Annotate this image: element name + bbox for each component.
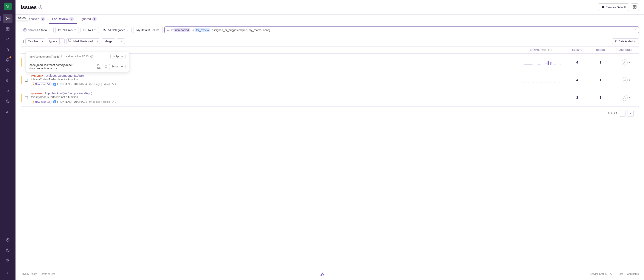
sidebar-item-stats[interactable] <box>3 107 12 116</box>
priority-indicator-3 <box>21 94 22 102</box>
svg-rect-22 <box>635 7 636 9</box>
docs-link[interactable]: Docs <box>618 272 623 275</box>
mark-reviewed-button[interactable]: Mark Reviewed <box>71 39 95 44</box>
sidebar-item-alerts[interactable] <box>3 55 12 65</box>
issue-2-main: TypeError n.value(src/components/App) th… <box>31 74 516 86</box>
issue-2-checkbox[interactable] <box>25 79 28 82</box>
privacy-policy-link[interactable]: Privacy Policy <box>21 272 37 275</box>
play-icon-3 <box>112 101 114 103</box>
assignee-avatar-2 <box>622 77 628 83</box>
sidebar-item-replay[interactable] <box>3 86 12 96</box>
time-filter-icon <box>83 29 86 32</box>
tab-ignored[interactable]: Ignored 1 <box>77 15 100 24</box>
assignee-caret-3[interactable]: ▾ <box>629 96 630 99</box>
issue-3-checkbox[interactable] <box>25 96 28 99</box>
issue-3-func[interactable]: App.checkout(src/components/App) <box>44 92 92 95</box>
contribute-link[interactable]: Contribute <box>627 272 639 275</box>
issue-3-users: 1 <box>590 96 611 100</box>
ignore-button[interactable]: Ignore <box>47 39 60 44</box>
sidebar-item-cronjobs[interactable] <box>3 97 12 106</box>
sidebar-item-performance[interactable] <box>3 35 12 44</box>
project-filter-icon <box>24 29 26 32</box>
page-footer: Privacy Policy Terms of Use Service Stat… <box>16 268 644 280</box>
issue-1-graph <box>518 59 565 66</box>
issue-3-assignee: ▾ <box>613 95 639 101</box>
issue-2-new-badge: New Issue 5d <box>31 82 52 86</box>
sidebar-item-discover[interactable] <box>3 66 12 75</box>
svg-point-53 <box>624 97 625 98</box>
ignore-dropdown-button[interactable]: ▾ <box>60 39 64 44</box>
sidebar-item-activity[interactable] <box>3 235 12 245</box>
tab-for-review[interactable]: For Review 3 <box>49 15 77 24</box>
resolve-button[interactable]: Resolve <box>26 39 40 44</box>
issue-3-graph <box>518 94 565 102</box>
merge-button[interactable]: Merge <box>102 38 115 44</box>
next-page-button[interactable]: › <box>627 110 634 117</box>
issue-2-events: 4 <box>566 78 588 82</box>
priority-indicator-2 <box>21 76 22 84</box>
default-search-button[interactable]: My Default Search <box>133 27 163 33</box>
new-badge-dot-3 <box>33 101 34 103</box>
api-link[interactable]: API <box>610 272 614 275</box>
issue-1-assignee: ▾ <box>613 60 639 66</box>
ignore-btn-group: Ignore ▾ <box>47 38 64 44</box>
sidebar-item-help[interactable] <box>3 245 12 255</box>
unresolved-count: 3 <box>41 17 45 21</box>
issue-2-func[interactable]: n.value(src/components/App) <box>44 74 84 77</box>
calendar-icon <box>68 39 71 42</box>
in-app-badge[interactable]: In App <box>110 54 126 59</box>
th-graph: GRAPH: 24h 14d <box>518 49 565 51</box>
layout-toggle-button[interactable] <box>631 4 639 11</box>
env-filter[interactable]: All Envs <box>55 27 79 33</box>
svg-rect-9 <box>6 79 7 80</box>
issue-2-assignee: ▾ <box>613 77 639 83</box>
issue-3-desc: this.myCodeIsPerfect is not a function <box>31 95 516 99</box>
svg-rect-3 <box>6 29 8 30</box>
action-bar: Resolve ▾ Ignore ▾ Mark Reviewed ▾ Merge… <box>21 36 639 47</box>
issue-2-title-line: TypeError n.value(src/components/App) <box>31 74 516 77</box>
remove-default-button[interactable]: Remove Default <box>598 4 629 11</box>
issue-3-type: TypeError <box>31 92 43 95</box>
more-actions-button[interactable]: ··· <box>117 38 125 44</box>
search-token-for-review: is:for_review <box>192 28 210 32</box>
user-avatar[interactable]: VI <box>4 3 12 10</box>
footer-left: Privacy Policy Terms of Use <box>21 272 55 275</box>
resolve-dropdown-button[interactable]: ▾ <box>40 39 45 44</box>
sidebar: VI › Issue <box>0 0 16 280</box>
help-icon[interactable]: ? <box>38 6 42 9</box>
svg-rect-7 <box>6 81 7 82</box>
issue-1-users: 1 <box>590 61 611 64</box>
svg-rect-1 <box>6 27 8 29</box>
assignee-caret-2[interactable]: ▾ <box>629 79 630 81</box>
assignee-caret-1[interactable]: ▾ <box>629 61 630 64</box>
categories-filter[interactable]: All Categories <box>101 27 132 33</box>
env-filter-chevron <box>74 29 76 31</box>
issue-2-users: 1 <box>590 78 611 82</box>
prev-page-button[interactable]: ‹ <box>619 110 626 117</box>
sidebar-item-projects[interactable] <box>3 24 12 34</box>
issue-row-2: TypeError n.value(src/components/App) th… <box>21 71 639 89</box>
sidebar-item-issues[interactable] <box>3 14 12 23</box>
service-status-link[interactable]: Service Status <box>590 272 606 275</box>
search-bar[interactable]: is:unresolved is:for_review assigned_or_… <box>164 27 639 33</box>
sidebar-item-broadcast[interactable] <box>3 256 12 265</box>
select-all-checkbox[interactable] <box>21 40 24 43</box>
time-filter[interactable]: 14D <box>80 27 99 33</box>
sentry-logo <box>320 271 326 277</box>
sidebar-expand-btn[interactable]: › <box>3 268 12 277</box>
date-added-sort-button[interactable]: Date Added <box>612 38 639 44</box>
system-badge[interactable]: System <box>109 64 126 69</box>
sidebar-item-dashboards[interactable] <box>3 76 12 85</box>
svg-rect-31 <box>68 39 71 41</box>
clock-icon-3 <box>89 101 92 103</box>
mark-reviewed-dropdown-button[interactable]: ▾ <box>95 39 100 44</box>
sidebar-item-releases[interactable] <box>3 45 12 54</box>
tabs-bar: Unresolved 3 For Review 3 Ignored 1 <box>16 15 644 24</box>
th-events: EVENTS <box>566 49 588 51</box>
search-clear-button[interactable]: × <box>634 28 636 32</box>
project-filter[interactable]: frontend-tutorial <box>21 27 54 33</box>
svg-rect-24 <box>25 29 26 30</box>
resolve-btn-group: Resolve ▾ <box>26 38 45 44</box>
pagination: 1-3 of 3 ‹ › <box>21 107 639 120</box>
terms-link[interactable]: Terms of Use <box>40 272 56 275</box>
